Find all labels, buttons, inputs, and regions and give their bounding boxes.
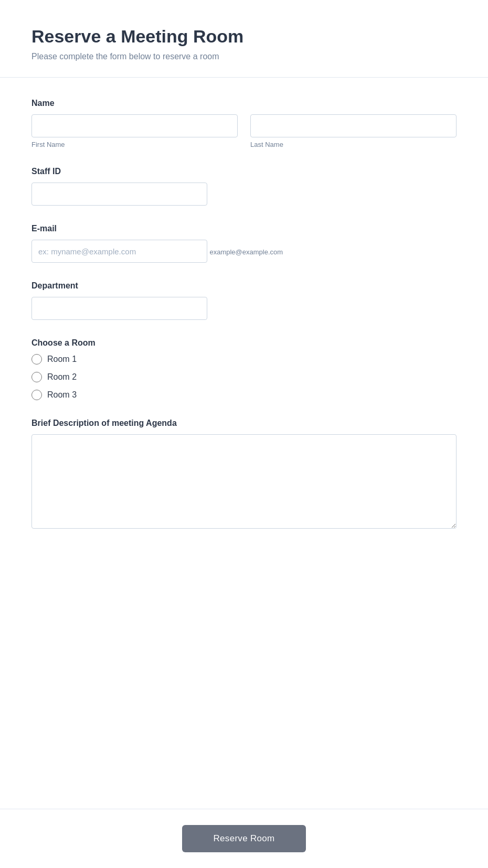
agenda-textarea[interactable]: [31, 434, 457, 529]
page-subtitle: Please complete the form below to reserv…: [31, 52, 457, 61]
header-divider: [0, 77, 488, 78]
name-group: Name First Name Last Name: [31, 99, 457, 148]
email-input[interactable]: [31, 240, 207, 263]
staff-id-group: Staff ID: [31, 167, 457, 206]
room-radio-group: Room 1 Room 2 Room 3: [31, 354, 457, 400]
room3-radio[interactable]: [31, 390, 42, 400]
last-name-input[interactable]: [250, 114, 457, 137]
agenda-group: Brief Description of meeting Agenda: [31, 419, 457, 531]
room3-label: Room 3: [47, 390, 77, 400]
room3-option[interactable]: Room 3: [31, 390, 457, 400]
email-label: E-mail: [31, 224, 457, 233]
room1-label: Room 1: [47, 355, 77, 364]
first-name-sublabel: First Name: [31, 141, 238, 148]
room2-radio[interactable]: [31, 372, 42, 382]
reserve-room-button[interactable]: Reserve Room: [182, 825, 306, 852]
first-name-input[interactable]: [31, 114, 238, 137]
staff-id-input[interactable]: [31, 183, 207, 206]
email-hint: example@example.com: [209, 248, 283, 256]
department-label: Department: [31, 281, 457, 291]
first-name-field: First Name: [31, 114, 238, 148]
form-footer: Reserve Room: [0, 809, 488, 868]
last-name-field: Last Name: [250, 114, 457, 148]
name-row: First Name Last Name: [31, 114, 457, 148]
name-label: Name: [31, 99, 457, 108]
room2-label: Room 2: [47, 372, 77, 382]
department-input[interactable]: [31, 297, 207, 320]
room2-option[interactable]: Room 2: [31, 372, 457, 382]
staff-id-label: Staff ID: [31, 167, 457, 176]
last-name-sublabel: Last Name: [250, 141, 457, 148]
page-title: Reserve a Meeting Room: [31, 26, 457, 47]
room1-radio[interactable]: [31, 354, 42, 365]
email-group: E-mail example@example.com: [31, 224, 457, 263]
room-label: Choose a Room: [31, 338, 457, 348]
room1-option[interactable]: Room 1: [31, 354, 457, 365]
room-group: Choose a Room Room 1 Room 2 Room 3: [31, 338, 457, 400]
agenda-label: Brief Description of meeting Agenda: [31, 419, 457, 428]
department-group: Department: [31, 281, 457, 320]
